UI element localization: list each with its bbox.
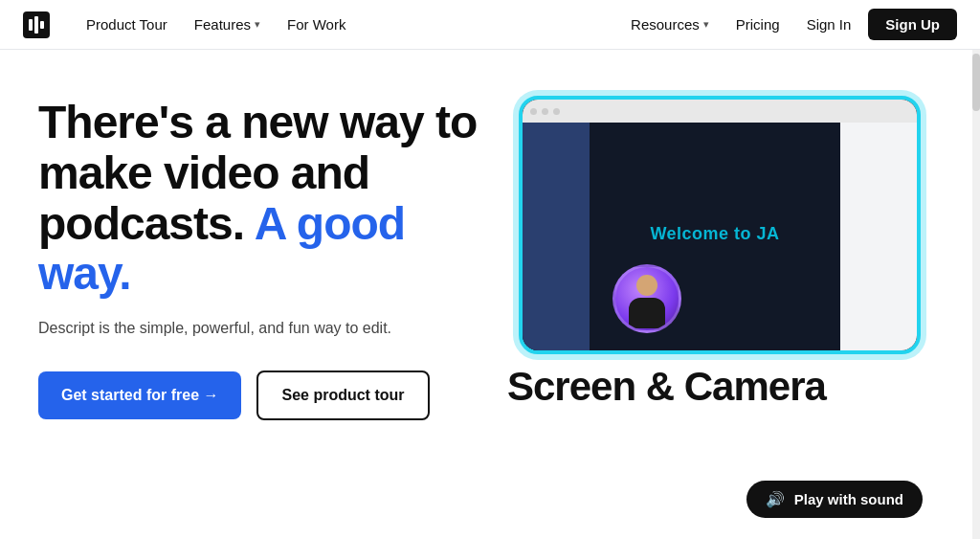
person-head — [636, 275, 657, 296]
screen-body: Welcome to JA — [523, 123, 917, 350]
hero-subtext: Descript is the simple, powerful, and fu… — [38, 317, 498, 340]
video-card[interactable]: Welcome to JA — [519, 96, 921, 354]
main-content: There's a new way to make video and podc… — [0, 50, 980, 539]
scrollbar-thumb[interactable] — [972, 54, 980, 111]
logo-icon — [23, 11, 50, 38]
screen-left-panel — [523, 123, 590, 350]
toolbar-dot-3 — [553, 108, 560, 115]
nav-left-items: Product Tour Features ▾ For Work — [77, 11, 355, 38]
logo[interactable] — [23, 11, 50, 38]
section-label: Screen & Camera — [498, 364, 826, 410]
screen-inner: Welcome to JA — [523, 100, 917, 350]
resources-dropdown-icon: ▾ — [703, 18, 709, 31]
hero-headline: There's a new way to make video and podc… — [38, 98, 498, 300]
screen-main: Welcome to JA — [590, 123, 840, 350]
nav-item-product-tour[interactable]: Product Tour — [77, 11, 177, 38]
avatar — [612, 264, 681, 333]
navbar: Product Tour Features ▾ For Work Resourc… — [0, 0, 980, 50]
svg-rect-3 — [40, 21, 44, 29]
nav-item-resources[interactable]: Resources ▾ — [621, 11, 719, 38]
svg-rect-1 — [29, 19, 33, 31]
nav-item-features[interactable]: Features ▾ — [185, 11, 270, 38]
nav-item-pricing[interactable]: Pricing — [726, 11, 790, 38]
play-button-label: Play with sound — [794, 491, 903, 507]
nav-item-for-work[interactable]: For Work — [278, 11, 355, 38]
get-started-button[interactable]: Get started for free → — [38, 371, 241, 419]
svg-rect-2 — [34, 16, 38, 34]
sound-icon: 🔊 — [766, 490, 785, 508]
play-with-sound-button[interactable]: 🔊 Play with sound — [746, 481, 923, 518]
cta-row: Get started for free → See product tour — [38, 371, 498, 420]
features-dropdown-icon: ▾ — [255, 18, 260, 31]
person-silhouette — [624, 275, 670, 330]
hero-left: There's a new way to make video and podc… — [38, 88, 498, 539]
screen-toolbar — [523, 100, 917, 123]
hero-right: Welcome to JA Screen & Camera 🔊 P — [498, 88, 942, 539]
screen-right-panel — [840, 123, 917, 350]
signin-button[interactable]: Sign In — [797, 11, 861, 38]
see-product-tour-button[interactable]: See product tour — [256, 371, 429, 420]
welcome-text: Welcome to JA — [650, 224, 779, 244]
toolbar-dot-2 — [542, 108, 548, 115]
nav-right-items: Resources ▾ Pricing Sign In Sign Up — [621, 9, 957, 40]
signup-button[interactable]: Sign Up — [868, 9, 957, 40]
toolbar-dot-1 — [530, 108, 537, 115]
person-body — [629, 298, 665, 328]
scrollbar[interactable] — [972, 50, 980, 539]
